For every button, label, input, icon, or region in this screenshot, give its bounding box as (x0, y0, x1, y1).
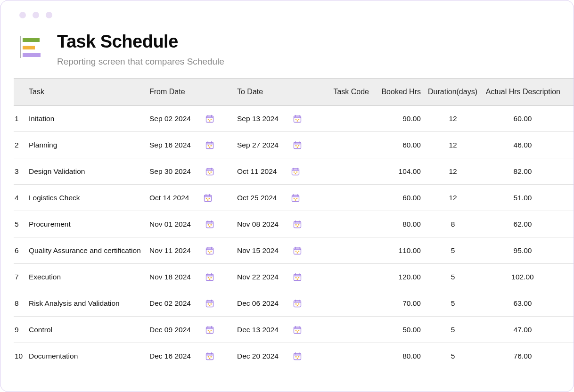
svg-rect-110 (298, 303, 300, 305)
svg-rect-99 (206, 301, 213, 302)
table-row[interactable]: 2PlanningSep 16 2024Sep 27 202460.001246… (14, 132, 574, 158)
calendar-icon[interactable] (203, 193, 213, 203)
table-row[interactable]: 1InitationSep 02 2024Sep 13 202490.00126… (14, 106, 574, 132)
window-dot[interactable] (46, 12, 52, 18)
svg-rect-109 (295, 303, 297, 305)
calendar-icon[interactable] (205, 299, 214, 308)
cell-duration: 12 (425, 194, 481, 202)
calendar-icon[interactable] (205, 114, 214, 123)
calendar-icon[interactable] (293, 114, 302, 123)
svg-rect-53 (294, 198, 295, 199)
cell-index: 7 (14, 273, 27, 281)
cell-actual: 82.00 (481, 167, 564, 176)
cell-index: 4 (14, 194, 27, 202)
cell-booked: 60.00 (373, 141, 425, 149)
table-row[interactable]: 8Risk Analysis and ValidationDec 02 2024… (14, 290, 574, 317)
table-row[interactable]: 5ProcurementNov 01 2024Nov 08 202480.008… (14, 211, 574, 237)
calendar-icon[interactable] (205, 246, 214, 255)
cell-index: 3 (14, 167, 27, 176)
svg-rect-76 (209, 252, 211, 253)
svg-rect-43 (205, 195, 212, 197)
calendar-icon[interactable] (205, 351, 214, 361)
page-header: Task Schedule Reporting screen that comp… (0, 18, 574, 78)
svg-rect-19 (211, 145, 212, 147)
cell-from: Sep 30 2024 (148, 167, 235, 176)
to-date-text: Dec 20 2024 (237, 352, 279, 360)
from-date-text: Sep 30 2024 (149, 167, 191, 176)
calendar-icon[interactable] (293, 351, 302, 361)
calendar-icon[interactable] (205, 325, 214, 335)
svg-rect-64 (294, 221, 301, 223)
svg-rect-130 (208, 356, 209, 358)
svg-rect-89 (211, 277, 212, 278)
svg-rect-88 (208, 277, 209, 278)
cell-actual: 47.00 (481, 326, 564, 334)
calendar-icon[interactable] (293, 140, 302, 150)
from-date-text: Dec 02 2024 (149, 299, 191, 308)
cell-booked: 50.00 (373, 326, 425, 334)
svg-rect-111 (297, 305, 298, 306)
svg-rect-124 (298, 330, 300, 331)
window-dot[interactable] (33, 12, 39, 18)
cell-actual: 51.00 (481, 194, 564, 202)
calendar-icon[interactable] (293, 272, 302, 282)
calendar-icon[interactable] (291, 167, 300, 176)
table-body: 1InitationSep 02 2024Sep 13 202490.00126… (14, 106, 574, 369)
svg-rect-95 (295, 277, 297, 278)
svg-rect-71 (206, 248, 213, 250)
window-dot[interactable] (19, 12, 26, 18)
svg-rect-118 (209, 331, 211, 333)
cell-task: Planning (27, 141, 148, 149)
cell-booked: 110.00 (373, 246, 425, 255)
cell-task: Documentation (27, 352, 148, 360)
calendar-icon[interactable] (293, 220, 302, 229)
col-task: Task (27, 88, 148, 96)
calendar-icon[interactable] (293, 246, 302, 255)
calendar-icon[interactable] (205, 220, 214, 229)
cell-actual: 76.00 (481, 352, 564, 360)
to-date-text: Oct 11 2024 (237, 167, 277, 176)
table-row[interactable]: 6Quality Assurance and certificationNov … (14, 237, 574, 264)
col-code: Task Code (321, 88, 373, 96)
svg-rect-68 (298, 224, 300, 226)
svg-rect-54 (296, 198, 298, 199)
to-date-text: Sep 13 2024 (237, 114, 279, 123)
table-row[interactable]: 10DocumentationDec 16 2024Dec 20 202480.… (14, 343, 574, 369)
col-from: From Date (148, 88, 235, 96)
titles: Task Schedule Reporting screen that comp… (57, 32, 224, 67)
svg-rect-139 (297, 358, 298, 359)
svg-rect-131 (211, 356, 212, 358)
from-date-text: Sep 02 2024 (149, 114, 191, 123)
cell-to: Oct 25 2024 (235, 193, 321, 203)
task-table: Task From Date To Date Task Code Booked … (14, 78, 574, 369)
table-row[interactable]: 3Design ValidationSep 30 2024Oct 11 2024… (14, 158, 574, 185)
table-row[interactable]: 7ExecutionNov 18 2024Nov 22 2024120.0051… (14, 264, 574, 290)
from-date-text: Oct 14 2024 (149, 194, 189, 202)
cell-to: Oct 11 2024 (235, 167, 321, 176)
svg-rect-106 (294, 301, 301, 302)
svg-rect-32 (208, 172, 209, 173)
cell-index: 6 (14, 246, 27, 255)
calendar-icon[interactable] (205, 140, 214, 150)
calendar-icon[interactable] (293, 299, 302, 308)
cell-actual: 62.00 (481, 220, 564, 229)
page-subtitle: Reporting screen that compares Schedule (57, 57, 224, 67)
table-row[interactable]: 9ControlDec 09 2024Dec 13 202450.00547.0… (14, 317, 574, 343)
to-date-text: Sep 27 2024 (237, 141, 279, 149)
svg-rect-83 (297, 252, 298, 253)
cell-actual: 63.00 (481, 299, 564, 308)
to-date-text: Nov 22 2024 (237, 273, 279, 281)
svg-rect-60 (208, 224, 209, 226)
gantt-logo-icon (17, 35, 45, 59)
calendar-icon[interactable] (205, 272, 214, 282)
calendar-icon[interactable] (205, 167, 214, 176)
calendar-icon[interactable] (293, 325, 302, 335)
cell-task: Initation (27, 114, 148, 123)
svg-rect-8 (294, 116, 301, 118)
calendar-icon[interactable] (291, 193, 300, 203)
svg-rect-55 (295, 199, 296, 201)
table-header: Task From Date To Date Task Code Booked … (14, 78, 574, 106)
svg-rect-36 (292, 169, 299, 171)
table-row[interactable]: 4Logistics CheckOct 14 2024Oct 25 202460… (14, 185, 574, 211)
cell-booked: 70.00 (373, 299, 425, 308)
